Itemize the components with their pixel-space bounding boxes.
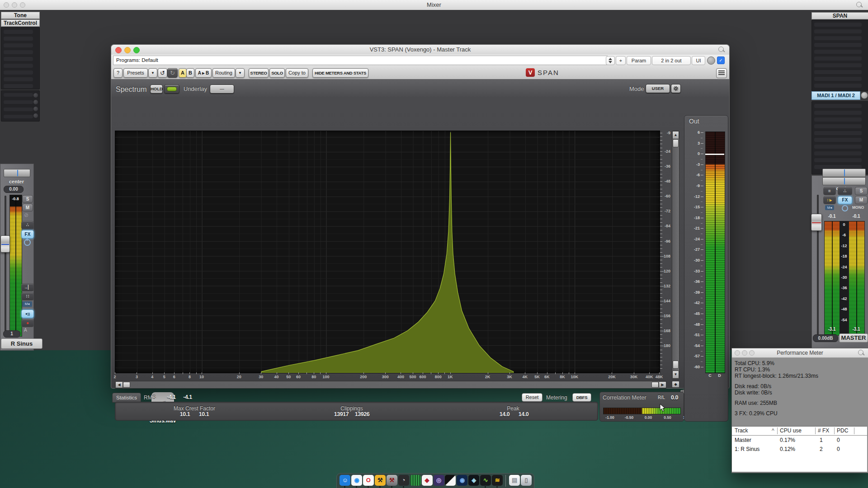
- close-icon[interactable]: [115, 47, 122, 53]
- knob-icon[interactable]: [861, 92, 868, 99]
- channel-grid-button[interactable]: ∷: [21, 292, 34, 300]
- add-program-button[interactable]: +: [616, 56, 626, 65]
- perf-titlebar[interactable]: Performance Meter: [732, 348, 868, 358]
- scrollbar-thumb[interactable]: [673, 139, 679, 147]
- zoom-icon[interactable]: [749, 350, 755, 356]
- solo-button[interactable]: S: [22, 195, 33, 203]
- tone-generator-header[interactable]: Tone Generator: [1, 12, 40, 19]
- input-assign-button[interactable]: →▏: [21, 283, 34, 291]
- gain-value[interactable]: 0.00: [4, 186, 24, 193]
- statistics-tab[interactable]: Statistics: [112, 393, 141, 403]
- scroll-left-icon[interactable]: ◀: [115, 381, 123, 388]
- scroll-right-icon[interactable]: ▶: [659, 381, 666, 388]
- master-routing-button[interactable]: ∴: [838, 187, 852, 195]
- io-config-button[interactable]: 2 in 2 out: [652, 56, 691, 65]
- mono-label[interactable]: MONO: [852, 205, 864, 210]
- zoom-icon[interactable]: [20, 2, 25, 8]
- spectrum-display[interactable]: [115, 131, 660, 373]
- scrollbar-thumb[interactable]: [651, 382, 659, 388]
- pin-icon[interactable]: [858, 350, 863, 355]
- minimize-icon[interactable]: [12, 2, 17, 8]
- dock-item-trash[interactable]: ▯: [521, 474, 531, 487]
- param-button[interactable]: Param: [627, 56, 651, 65]
- close-icon[interactable]: [4, 2, 9, 8]
- close-icon[interactable]: [735, 350, 740, 356]
- ab-compare-b-button[interactable]: B: [186, 68, 194, 78]
- knob-icon[interactable]: [33, 107, 38, 111]
- mixer-titlebar[interactable]: Mixer: [0, 0, 868, 10]
- routing-dropdown[interactable]: ▼: [236, 68, 245, 78]
- dock-item-dsp-tool[interactable]: ⚒: [387, 474, 397, 487]
- dock-item-documents[interactable]: ▤: [509, 474, 519, 487]
- master-pan-slider2[interactable]: [822, 177, 866, 185]
- a-to-b-button[interactable]: A ▸ B: [195, 68, 212, 78]
- routing-button[interactable]: ∴: [21, 221, 34, 230]
- automation-icon[interactable]: A: [24, 328, 27, 333]
- scroll-down-icon[interactable]: ▼: [672, 371, 679, 379]
- scrollbar-thumb[interactable]: [673, 361, 679, 369]
- table-header-row[interactable]: Track ^ CPU use # FX PDC: [732, 427, 867, 436]
- dock-item-rme-gauge[interactable]: ◔: [398, 474, 409, 487]
- stereo-button[interactable]: STEREO: [249, 68, 269, 78]
- zoom-icon[interactable]: [133, 47, 140, 53]
- dock-item-reaper[interactable]: ∿: [480, 474, 491, 487]
- solo-button[interactable]: SOLO: [269, 68, 285, 78]
- knob-icon[interactable]: [33, 100, 38, 104]
- io-routing-button[interactable]: MADI 1 / MADI 2: [811, 91, 860, 100]
- pan-slider[interactable]: [4, 169, 30, 177]
- master-gain-value[interactable]: 0.00dB: [813, 334, 838, 342]
- phase-invert-icon[interactable]: ⊘: [24, 212, 28, 218]
- reset-button[interactable]: Reset: [522, 393, 542, 402]
- routing-button[interactable]: Routing: [212, 68, 235, 78]
- volume-fader[interactable]: [0, 235, 10, 253]
- dock-item-spectrogram[interactable]: [410, 474, 420, 487]
- dock-item-finder[interactable]: ☺: [340, 474, 350, 487]
- col-fx[interactable]: # FX: [818, 427, 829, 435]
- track-number-badge[interactable]: 1: [3, 330, 20, 338]
- help-button[interactable]: ?: [113, 68, 123, 78]
- dock-item-wifi[interactable]: ≋: [492, 474, 502, 487]
- hamburger-menu-icon[interactable]: [716, 68, 727, 78]
- master-pan-slider[interactable]: [822, 169, 866, 177]
- plugin-titlebar[interactable]: VST3: SPAN (Voxengo) - Master Track: [111, 45, 729, 55]
- undo-button[interactable]: ↺: [158, 68, 167, 78]
- bypass-checkbox[interactable]: ✓: [717, 56, 725, 64]
- metering-mode-button[interactable]: DBFS: [572, 393, 591, 402]
- minimize-icon[interactable]: [742, 350, 747, 356]
- resize-diamond-icon[interactable]: ◆: [672, 381, 679, 388]
- dock-item-bw-app[interactable]: [445, 474, 455, 487]
- hide-meters-button[interactable]: HIDE METERS AND STATS: [312, 68, 368, 78]
- trackcontrol-header[interactable]: TrackControl: [1, 19, 40, 27]
- sends-button[interactable]: ∷▸: [823, 196, 836, 204]
- ui-button[interactable]: UI: [692, 56, 705, 65]
- midi-badge-icon[interactable]: M◂: [825, 205, 834, 210]
- dock-item-gauge-diamond[interactable]: ◈: [468, 474, 479, 487]
- pin-icon[interactable]: [718, 47, 724, 52]
- ab-compare-a-button[interactable]: A: [179, 68, 187, 78]
- track-name-plate[interactable]: R Sinus: [1, 338, 42, 349]
- minimize-icon[interactable]: [124, 47, 131, 53]
- master-mute-button[interactable]: M: [855, 196, 868, 204]
- scroll-up-icon[interactable]: ▲: [672, 131, 679, 139]
- scrollbar-thumb[interactable]: [123, 382, 130, 388]
- master-volume-fader[interactable]: [811, 214, 822, 231]
- programs-field[interactable]: Programs: Default: [113, 56, 608, 65]
- dock-item-safari[interactable]: ◉: [351, 474, 362, 487]
- table-row[interactable]: 1: R Sinus0.12%20: [732, 445, 867, 454]
- master-fx-button[interactable]: FX: [838, 196, 852, 204]
- pin-icon[interactable]: [856, 2, 862, 7]
- col-pdc[interactable]: PDC: [837, 427, 848, 435]
- fx-button[interactable]: FX: [21, 230, 34, 239]
- power-icon[interactable]: [842, 205, 848, 211]
- knob-icon[interactable]: [707, 56, 715, 65]
- horizontal-scrollbar[interactable]: ◀ ▶: [115, 381, 666, 389]
- vertical-scrollbar[interactable]: ▲ ▼: [672, 131, 679, 379]
- dock-item-opera[interactable]: O: [363, 474, 373, 487]
- knob-icon[interactable]: [33, 93, 38, 98]
- span-track-header[interactable]: SPAN: [811, 12, 868, 19]
- mixer-settings-button[interactable]: ≡: [823, 187, 836, 195]
- col-track[interactable]: Track: [735, 427, 748, 435]
- dock-item-pro-tools[interactable]: ◎: [434, 474, 444, 487]
- record-arm-button[interactable]: ●: [21, 319, 34, 327]
- gear-button[interactable]: [671, 84, 681, 93]
